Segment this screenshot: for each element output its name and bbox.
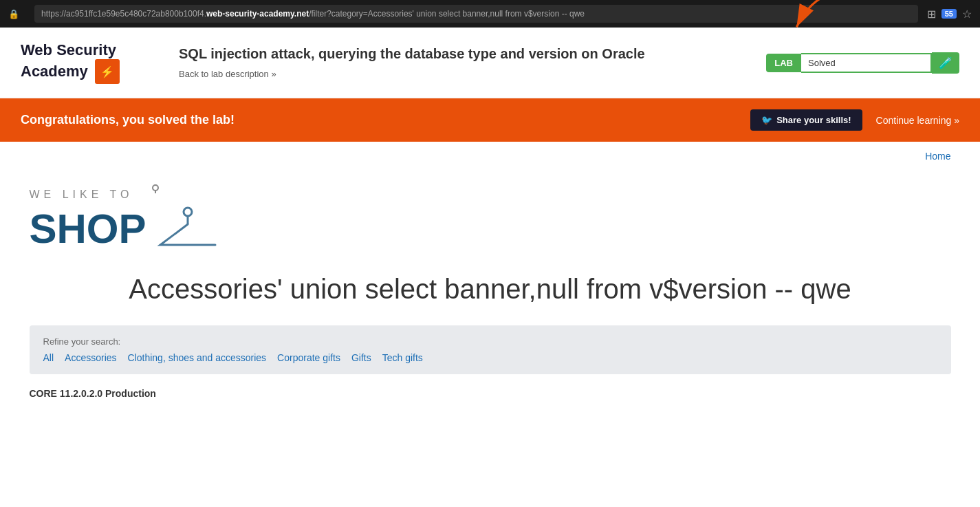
solved-input[interactable] [801, 53, 932, 73]
lock-icon: 🔒 [8, 9, 19, 19]
share-button[interactable]: 🐦 Share your skills! [750, 109, 862, 131]
hanger-icon [142, 184, 169, 205]
logo-line1: Web Security [21, 41, 120, 59]
shop-text: SHOP [30, 208, 146, 250]
url-normal-part: https://ac951ffc1e59e5c480c72ab800b100f4… [41, 9, 206, 19]
banner-actions: 🐦 Share your skills! Continue learning » [750, 109, 959, 131]
browser-security-icons: 🔒 [8, 9, 29, 19]
star-icon: ☆ [962, 8, 972, 21]
score-badge: 55 [941, 9, 957, 19]
filter-link-all[interactable]: All [43, 352, 54, 363]
home-link[interactable]: Home [925, 151, 950, 162]
filter-links: All Accessories Clothing, shoes and acce… [43, 352, 937, 363]
lab-title: SQL injection attack, querying the datab… [179, 46, 745, 62]
grid-icon: ⊞ [927, 8, 936, 21]
share-button-label: Share your skills! [776, 115, 851, 125]
twitter-icon: 🐦 [761, 115, 772, 125]
home-link-bar: Home [30, 142, 951, 171]
we-like-to-text: WE LIKE TO [30, 184, 951, 205]
filter-link-gifts[interactable]: Gifts [351, 352, 371, 363]
category-heading: Accessories' union select banner,null fr… [30, 274, 951, 305]
back-to-lab-link[interactable]: Back to lab description » [179, 69, 276, 79]
congrats-banner: Congratulations, you solved the lab! 🐦 S… [0, 98, 980, 142]
shop-hanger-icon [153, 205, 222, 253]
filter-link-accessories[interactable]: Accessories [65, 352, 116, 363]
lab-title-area: SQL injection attack, querying the datab… [179, 46, 745, 80]
filter-link-tech-gifts[interactable]: Tech gifts [382, 352, 423, 363]
search-filter-box: Refine your search: All Accessories Clot… [30, 325, 951, 374]
congrats-text: Congratulations, you solved the lab! [21, 113, 235, 127]
logo-line2: Academy ⚡ [21, 59, 120, 84]
lab-status-area: LAB 🧪 [766, 52, 959, 74]
logo-icon: ⚡ [95, 59, 120, 84]
url-path-part: /filter?category=Accessories' union sele… [309, 9, 585, 19]
shop-logo: WE LIKE TO SHOP [30, 184, 951, 253]
continue-learning-link[interactable]: Continue learning » [876, 115, 959, 126]
logo-text: Web Security Academy ⚡ [21, 41, 120, 84]
logo-area: Web Security Academy ⚡ [21, 41, 158, 84]
refine-label: Refine your search: [43, 336, 937, 347]
url-bold-part: web-security-academy.net [206, 9, 309, 19]
flask-button[interactable]: 🧪 [932, 52, 959, 74]
db-version: CORE 11.2.0.2.0 Production [30, 388, 951, 399]
shop-row: SHOP [30, 205, 951, 253]
red-arrow-indicator [781, 0, 842, 34]
main-content: Home WE LIKE TO SHOP Accessories' union … [9, 142, 972, 399]
svg-point-1 [153, 185, 158, 191]
svg-point-3 [184, 208, 192, 216]
lab-badge: LAB [766, 54, 801, 72]
lab-header: Web Security Academy ⚡ SQL injection att… [0, 28, 980, 98]
filter-link-clothing[interactable]: Clothing, shoes and accessories [128, 352, 267, 363]
browser-right-icons: ⊞ 55 ☆ [924, 8, 972, 21]
filter-link-corporate-gifts[interactable]: Corporate gifts [277, 352, 340, 363]
